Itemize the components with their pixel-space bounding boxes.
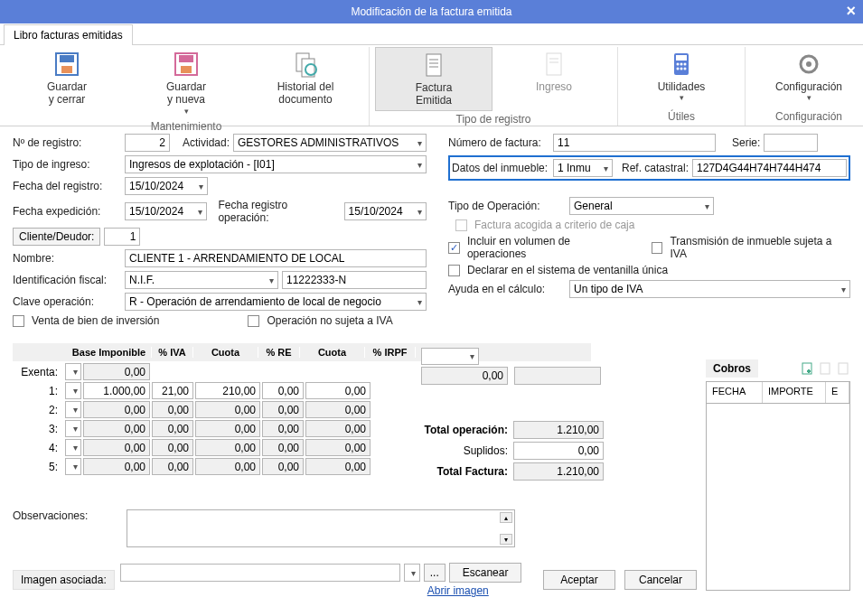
- inmueble-select[interactable]: 1 Inmu▾: [553, 159, 613, 177]
- row-select[interactable]: ▾: [65, 458, 81, 475]
- close-icon[interactable]: ×: [846, 2, 856, 21]
- id-fiscal-tipo-select[interactable]: N.I.F.▾: [125, 271, 278, 289]
- svg-point-25: [806, 61, 811, 67]
- utilidades-button[interactable]: Utilidades ▾: [624, 47, 739, 105]
- base-input[interactable]: [83, 382, 150, 399]
- scroll-up-icon[interactable]: ▴: [500, 512, 512, 523]
- calculator-icon: [667, 50, 696, 79]
- ayuda-calculo-select[interactable]: Un tipo de IVA▾: [569, 280, 850, 298]
- irpf-cuota[interactable]: [421, 367, 508, 385]
- re-input[interactable]: [262, 382, 304, 399]
- cobros-delete-icon[interactable]: [836, 361, 850, 376]
- cuota2-input[interactable]: [305, 420, 371, 437]
- historial-button[interactable]: Historial del documento: [248, 47, 363, 109]
- cancelar-button[interactable]: Cancelar: [624, 570, 697, 590]
- cuota2-input[interactable]: [305, 382, 371, 399]
- base-input[interactable]: [83, 420, 150, 437]
- cuota-input[interactable]: [195, 458, 260, 475]
- imagen-asociada-input[interactable]: [120, 564, 400, 582]
- fecha-reg-op-input[interactable]: 15/10/2024▾: [344, 202, 427, 220]
- base-input[interactable]: [83, 458, 150, 475]
- serie-input[interactable]: [764, 134, 818, 152]
- num-factura-input[interactable]: [553, 134, 716, 152]
- svg-rect-9: [427, 54, 441, 76]
- browse-button[interactable]: ...: [424, 564, 446, 582]
- cuota-input[interactable]: [195, 420, 260, 437]
- iva-input[interactable]: [152, 420, 193, 437]
- cuota2-input[interactable]: [305, 458, 371, 475]
- n-registro-input[interactable]: [125, 134, 170, 152]
- escanear-button[interactable]: Escanear: [449, 563, 522, 583]
- tipo-operacion-select[interactable]: General▾: [569, 197, 714, 215]
- ref-catastral-input[interactable]: [692, 159, 847, 177]
- declarar-checkbox[interactable]: [448, 265, 460, 276]
- iva-input[interactable]: [152, 458, 193, 475]
- cuota-input[interactable]: [195, 382, 260, 399]
- row-select[interactable]: ▾: [65, 420, 81, 437]
- fecha-registro-input[interactable]: 15/10/2024▾: [125, 177, 208, 195]
- cuota-input[interactable]: [195, 401, 260, 418]
- iva-input[interactable]: [152, 401, 193, 418]
- cliente-deudor-button[interactable]: Cliente/Deudor:: [13, 228, 100, 246]
- re-input[interactable]: [262, 458, 304, 475]
- re-input[interactable]: [262, 401, 304, 418]
- factura-acogida-checkbox[interactable]: [455, 219, 467, 231]
- base-input[interactable]: [83, 401, 150, 418]
- label-venta-bien: Venta de bien de inversión: [32, 314, 159, 327]
- label-datos-inmueble: Datos del inmueble:: [452, 162, 549, 174]
- row-select[interactable]: ▾: [65, 382, 81, 399]
- exenta-select[interactable]: ▾: [65, 363, 81, 380]
- configuracion-button[interactable]: Configuración ▾: [751, 47, 863, 105]
- cuota2-input[interactable]: [305, 401, 371, 418]
- label-nombre: Nombre:: [13, 252, 121, 265]
- cuota-input[interactable]: [195, 439, 260, 456]
- op-no-sujeta-checkbox[interactable]: [248, 315, 259, 327]
- iva-input[interactable]: [152, 382, 193, 399]
- actividad-select[interactable]: GESTORES ADMINISTRATIVOS▾: [233, 134, 427, 152]
- row-select[interactable]: ▾: [65, 439, 81, 456]
- factura-emitida-button[interactable]: Factura Emitida: [375, 47, 492, 111]
- scroll-down-icon[interactable]: ▾: [500, 534, 512, 545]
- nombre-input[interactable]: [125, 249, 427, 267]
- re-input[interactable]: [262, 439, 304, 456]
- chevron-down-icon: ▾: [705, 201, 709, 211]
- id-fiscal-num-input[interactable]: [282, 271, 427, 289]
- transmision-checkbox[interactable]: [652, 242, 663, 254]
- cobros-table[interactable]: FECHA IMPORTE E: [706, 381, 850, 591]
- chevron-down-icon: ▾: [417, 207, 422, 217]
- cobros-panel: Cobros FECHA IMPORTE E: [706, 358, 850, 591]
- imagen-dropdown[interactable]: ▾: [404, 564, 420, 582]
- cobros-add-icon[interactable]: [800, 361, 814, 376]
- clave-op-select[interactable]: R - Operación de arrendamiento de local …: [125, 293, 427, 311]
- cobros-edit-icon[interactable]: [818, 361, 832, 376]
- re-input[interactable]: [262, 420, 304, 437]
- label-ayuda-calculo: Ayuda en el cálculo:: [448, 283, 566, 295]
- iva-input[interactable]: [152, 439, 193, 456]
- label-op-no-sujeta: Operación no sujeta a IVA: [267, 314, 392, 327]
- suplidos-value[interactable]: [513, 442, 604, 460]
- aceptar-button[interactable]: Aceptar: [543, 570, 615, 590]
- label-fecha-reg-op: Fecha registro operación:: [218, 199, 340, 224]
- svg-rect-26: [802, 363, 811, 374]
- base-input[interactable]: [83, 439, 150, 456]
- fecha-expedicion-input[interactable]: 15/10/2024▾: [125, 202, 207, 220]
- incluir-volumen-checkbox[interactable]: [448, 242, 460, 254]
- ingreso-button[interactable]: Ingreso: [496, 47, 612, 96]
- label-id-fiscal: Identificación fiscal:: [13, 274, 121, 286]
- abrir-imagen-link[interactable]: Abrir imagen: [427, 584, 522, 597]
- exenta-value[interactable]: [83, 363, 150, 380]
- tipo-ingreso-select[interactable]: Ingresos de explotación - [I01]▾: [125, 155, 427, 173]
- observaciones-textarea[interactable]: ▴ ▾: [127, 509, 515, 547]
- venta-bien-checkbox[interactable]: [13, 315, 24, 327]
- irpf-select[interactable]: ▾: [421, 348, 479, 365]
- irpf-extra[interactable]: [514, 367, 601, 385]
- guardar-cerrar-button[interactable]: Guardar y cerrar: [9, 47, 125, 109]
- chevron-down-icon: ▾: [198, 207, 202, 217]
- cuota2-input[interactable]: [305, 439, 371, 456]
- guardar-nueva-button[interactable]: Guardar y nueva ▾: [128, 47, 244, 118]
- tab-libro-facturas[interactable]: Libro facturas emitidas: [4, 24, 133, 45]
- exenta-label: Exenta:: [13, 366, 63, 378]
- cliente-id-input[interactable]: [104, 228, 140, 246]
- label-n-registro: Nº de registro:: [13, 136, 121, 149]
- row-select[interactable]: ▾: [65, 401, 81, 418]
